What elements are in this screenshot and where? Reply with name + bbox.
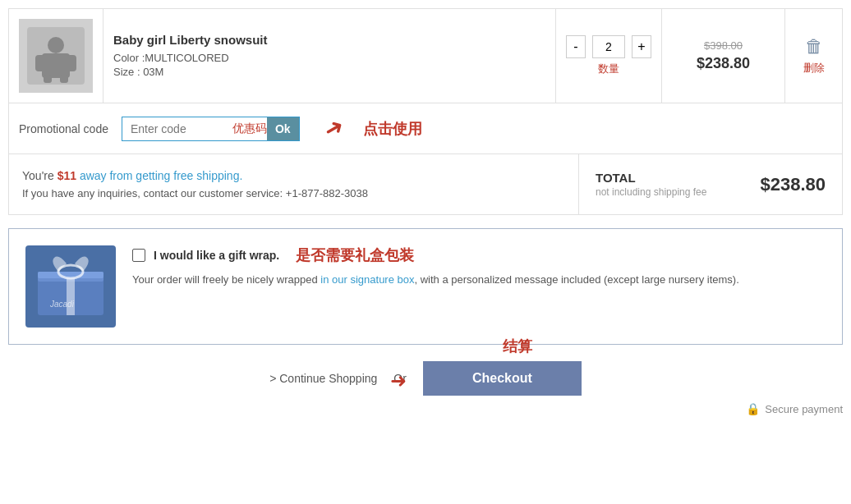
svg-rect-5 (44, 75, 52, 83)
total-label: TOTAL (596, 171, 706, 185)
lock-icon: 🔒 (746, 402, 760, 415)
product-image (19, 19, 93, 93)
bottom-actions: > Continue Shopping Or 结算 ➜ Checkout (8, 361, 843, 396)
svg-rect-4 (67, 55, 76, 71)
promo-row: Promotional code 优惠码 Ok ➜ 点击使用 (8, 103, 843, 154)
promo-arrow-text: 点击使用 (363, 119, 422, 139)
price-cell: $398.00 $238.80 (662, 9, 785, 103)
gift-checkbox-row: I would like a gift wrap. 是否需要礼盒包装 (132, 245, 826, 265)
shipping-amount: $11 (58, 169, 76, 182)
quantity-increase-button[interactable]: + (632, 35, 651, 58)
promo-cn-hint: 优惠码 (232, 121, 267, 136)
svg-point-1 (48, 37, 64, 53)
secure-payment-row: 🔒 Secure payment (8, 402, 843, 415)
gift-wrap-cn-label: 是否需要礼盒包装 (296, 245, 414, 265)
product-table: Baby girl Liberty snowsuit Color :MULTIC… (8, 8, 843, 103)
arrow-icon: ➜ (319, 112, 348, 144)
svg-rect-2 (42, 53, 70, 78)
product-color: Color :MULTICOLORED (113, 52, 545, 64)
delete-label: 删除 (795, 61, 832, 76)
promo-input-wrapper: 优惠码 Ok (122, 117, 300, 141)
quantity-label: 数量 (566, 62, 651, 76)
gift-wrap-label: I would like a gift wrap. (154, 249, 279, 262)
gift-image: Jacadi (25, 245, 116, 328)
total-cell: TOTAL not including shipping fee $238.80 (579, 154, 842, 214)
total-sublabel: not including shipping fee (596, 186, 706, 198)
quantity-input[interactable] (592, 35, 625, 58)
promo-arrow-hint: ➜ 点击使用 (324, 115, 422, 142)
promo-input[interactable] (122, 117, 229, 140)
checkout-arrow-icon: ➜ (390, 369, 454, 392)
total-amount: $238.80 (760, 174, 826, 195)
svg-rect-3 (35, 55, 45, 71)
gift-content: I would like a gift wrap. 是否需要礼盒包装 Your … (132, 245, 826, 288)
gift-description-highlight: in our signature box (320, 273, 414, 286)
product-info-cell: Baby girl Liberty snowsuit Color :MULTIC… (104, 9, 556, 103)
sale-price: $238.80 (672, 55, 775, 72)
gift-wrap-section: Jacadi I would like a gift wrap. 是否需要礼盒包… (8, 228, 843, 345)
product-title: Baby girl Liberty snowsuit (113, 33, 545, 47)
gift-description: Your order will freely be nicely wrapped… (132, 272, 826, 288)
original-price: $398.00 (672, 39, 775, 52)
gift-wrap-checkbox[interactable] (132, 249, 145, 262)
info-total-row: You're $11 away from getting free shippi… (8, 154, 843, 215)
secure-payment-label: Secure payment (765, 403, 843, 415)
shipping-info-cell: You're $11 away from getting free shippi… (9, 154, 579, 214)
delete-cell[interactable]: 🗑 删除 (785, 9, 843, 103)
product-image-cell (9, 9, 104, 103)
checkout-cn-label: 结算 (503, 337, 532, 356)
contact-text: If you have any inquiries, contact our c… (22, 187, 565, 199)
quantity-cell: - + 数量 (556, 9, 662, 103)
quantity-controls[interactable]: - + (566, 35, 651, 58)
svg-text:Jacadi: Jacadi (49, 300, 75, 309)
free-shipping-text: You're $11 away from getting free shippi… (22, 169, 565, 182)
continue-shopping-link[interactable]: > Continue Shopping (269, 372, 377, 385)
total-label-block: TOTAL not including shipping fee (596, 171, 706, 198)
promo-ok-button[interactable]: Ok (267, 117, 299, 140)
delete-icon[interactable]: 🗑 (795, 36, 832, 57)
svg-rect-6 (60, 75, 68, 83)
product-size: Size : 03M (113, 66, 545, 78)
quantity-decrease-button[interactable]: - (566, 35, 586, 58)
promo-label: Promotional code (19, 122, 108, 135)
